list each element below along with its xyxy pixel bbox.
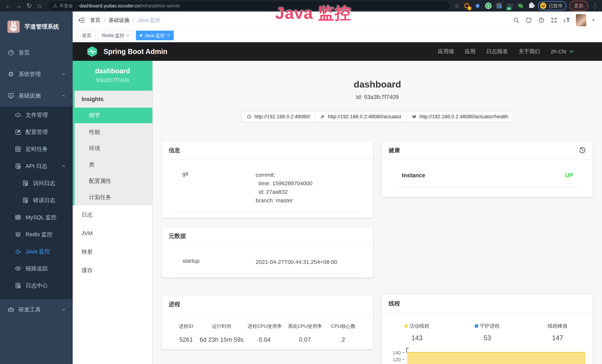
url-label: http://192.168.0.2:48080/actuator	[328, 114, 402, 120]
url-host: dashboard.yudao.iocoder.cn	[79, 3, 140, 9]
breadcrumb-current: Java 监控	[138, 17, 160, 24]
cell-value: 0.04	[245, 336, 284, 343]
git-commit-line: commit:	[256, 171, 312, 179]
sba-menu-about[interactable]: 关于我们	[519, 48, 540, 55]
y-axis-line	[406, 348, 407, 353]
tab-close-icon[interactable]: ×	[167, 33, 170, 38]
sidebar-item-log-center[interactable]: 日志中心	[0, 277, 73, 294]
thread-stats: 活动线程 143 守护进程 53 线程峰值 14	[382, 323, 593, 342]
forward-icon: →	[15, 2, 22, 10]
home-icon	[247, 114, 252, 119]
browser-menu-button[interactable]: ⋮	[592, 2, 598, 10]
extension-switch[interactable]: on	[506, 2, 513, 9]
warning-icon: ⚠	[53, 3, 57, 9]
sba-menu-wall[interactable]: 应用墙	[438, 48, 454, 55]
sba-nav-jvm[interactable]: JVM	[73, 224, 152, 243]
avatar-caret-icon[interactable]: ▾	[592, 17, 595, 23]
sidebar-item-scheduled-job[interactable]: 定时任务	[0, 140, 73, 158]
sidebar-item-mysql-monitor[interactable]: MySQL 监控	[0, 209, 73, 226]
sba-menu-applications[interactable]: 应用	[465, 48, 475, 55]
stat-active-threads: 活动线程 143	[382, 323, 452, 342]
sba-nav-config-props[interactable]: 配置属性	[75, 173, 152, 189]
process-table-headers: 进程ID 运行时间 进程CPU使用率 系统CPU使用率 CPU核心数	[174, 323, 361, 330]
sba-nav-mappings[interactable]: 映射	[73, 243, 152, 261]
info-git-row: git commit: time: 1596289704000 id: 27aa…	[175, 171, 360, 213]
sidebar-item-dev-tools[interactable]: 研发工具	[0, 299, 73, 321]
breadcrumb-home[interactable]: 首页	[90, 17, 100, 24]
sidebar-collapse-button[interactable]	[78, 17, 85, 24]
extension-blue-pin[interactable]	[474, 2, 481, 9]
address-bar[interactable]: ⚠ 不安全 dashboard.yudao.iocoder.cn/infra/a…	[48, 1, 450, 10]
chevron-down-icon	[61, 72, 66, 76]
pin-icon	[476, 4, 479, 8]
extension-leaf[interactable]	[517, 2, 524, 9]
sidebar-item-trace[interactable]: 链路追踪	[0, 260, 73, 277]
stat-daemon-threads: 守护进程 53	[452, 323, 522, 342]
sidebar-item-api-log[interactable]: API 日志	[0, 158, 73, 175]
sidebar-item-error-log[interactable]: 错误日志	[0, 192, 73, 209]
tab-close-icon[interactable]: ×	[127, 33, 129, 38]
chevron-down-icon	[569, 49, 574, 54]
browser-forward-button[interactable]: →	[14, 1, 23, 11]
threads-chart: 140 120 100	[389, 350, 588, 364]
sba-nav-classes[interactable]: 类	[75, 157, 152, 173]
sba-nav-caches[interactable]: 缓存	[73, 261, 152, 280]
extension-grid[interactable]	[496, 2, 502, 9]
tab-home[interactable]: 首页	[78, 31, 95, 40]
eye-icon	[14, 265, 22, 272]
extension-green-v[interactable]: v	[485, 2, 492, 9]
history-icon[interactable]	[579, 147, 586, 154]
header-actions: TT ▾	[513, 14, 595, 26]
sba-menu-log-report[interactable]: 日志报表	[486, 48, 508, 55]
sidebar-item-home[interactable]: 首页	[0, 42, 73, 64]
sba-nav-scheduled-tasks[interactable]: 计划任务	[75, 189, 152, 205]
instance-health-url-button[interactable]: http://192.168.0.2:48080/actuator/health	[406, 111, 513, 122]
chrome-update-button[interactable]: 更新	[569, 1, 588, 11]
java-coffee-icon	[14, 248, 22, 255]
sidebar-item-file-manage[interactable]: 文件管理	[0, 107, 73, 124]
url-divider	[76, 3, 76, 8]
browser-reload-button[interactable]: ↻	[24, 1, 34, 11]
extensions-puzzle-button[interactable]	[528, 2, 535, 9]
col-header: 系统CPU使用率	[284, 323, 326, 330]
github-icon[interactable]	[526, 17, 532, 23]
monitor-icon	[7, 92, 14, 99]
app-frame: 芋道管理系统 首页 ⚙ 系统管理 基础设施 文件管理	[0, 11, 602, 364]
sba-nav-logs[interactable]: 日志	[73, 205, 152, 224]
sidebar-item-config-manage[interactable]: 配置管理	[0, 124, 73, 140]
sidebar-item-label: 日志中心	[26, 282, 66, 289]
search-icon[interactable]	[513, 17, 519, 23]
stat-peak-threads: 线程峰值 147	[522, 323, 593, 342]
sba-brand[interactable]: Spring Boot Admin	[86, 45, 167, 58]
extension-orange-refresh[interactable]: 1	[463, 2, 470, 9]
instance-actuator-url-button[interactable]: http://192.168.0.2:48080/actuator	[315, 111, 407, 122]
stat-value: 143	[382, 334, 452, 342]
sidebar-item-redis-monitor[interactable]: Redis 监控	[0, 226, 73, 243]
sba-nav-performance[interactable]: 性能	[75, 124, 152, 140]
security-indicator[interactable]: ⚠ 不安全	[53, 3, 73, 9]
tab-redis-monitor[interactable]: Redis 监控 ×	[98, 31, 133, 40]
sidebar-item-system[interactable]: ⚙ 系统管理	[0, 64, 73, 85]
sidebar-item-infra[interactable]: 基础设施	[0, 85, 73, 107]
sba-locale-select[interactable]: zh-CN	[551, 49, 574, 55]
sidebar-item-java-monitor[interactable]: Java 监控	[0, 243, 73, 260]
tab-java-monitor[interactable]: Java 监控 ×	[136, 31, 174, 40]
sidebar-item-access-log[interactable]: 访问日志	[0, 175, 73, 192]
sba-nav-environment[interactable]: 环境	[75, 140, 152, 157]
browser-back-button[interactable]: ←	[4, 1, 13, 11]
browser-home-button[interactable]: ⌂	[35, 1, 44, 11]
instance-root-url-button[interactable]: http://192.168.0.2:48080/	[241, 111, 315, 122]
user-avatar[interactable]	[576, 14, 586, 26]
help-icon[interactable]	[538, 17, 545, 23]
fullscreen-icon[interactable]	[551, 17, 557, 23]
app-logo-row[interactable]: 芋道管理系统	[0, 11, 73, 42]
small-t: T	[563, 19, 566, 24]
sba-nav-details[interactable]: 细节	[75, 107, 152, 124]
home-icon: ⌂	[37, 2, 42, 10]
font-size-icon[interactable]: TT	[563, 17, 570, 24]
profile-paused-chip[interactable]: 已暂停	[538, 1, 566, 11]
chevron-up-icon	[61, 164, 66, 169]
breadcrumb-infra[interactable]: 基础设施	[109, 17, 129, 24]
info-panel: 信息 git commit: time: 1596289704000 id: 2…	[162, 142, 373, 218]
bookmark-star-icon[interactable]: ☆	[454, 2, 460, 10]
